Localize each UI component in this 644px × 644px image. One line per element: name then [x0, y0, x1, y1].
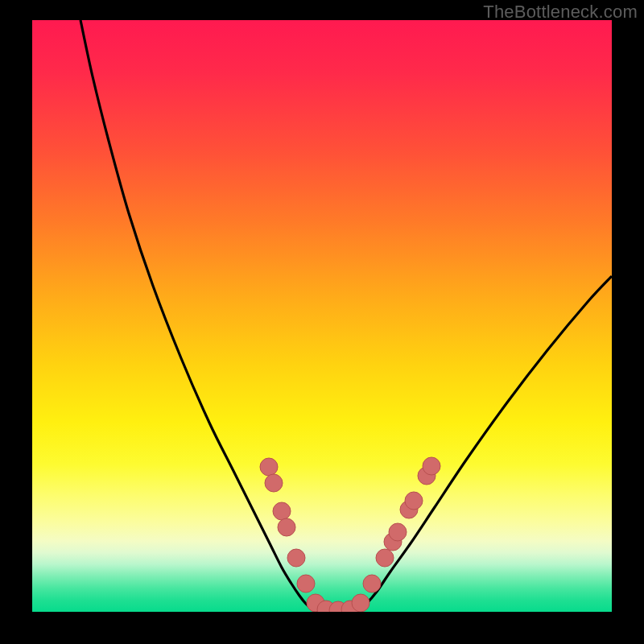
plot-area: [32, 20, 612, 612]
threshold-dot: [389, 523, 407, 541]
threshold-dots-group: [260, 457, 440, 612]
threshold-dot: [265, 474, 283, 492]
threshold-dot: [405, 492, 423, 510]
threshold-dot: [376, 549, 394, 567]
threshold-dot: [423, 457, 440, 475]
threshold-dot: [297, 575, 315, 592]
threshold-dot: [260, 458, 278, 476]
threshold-dot: [273, 502, 291, 520]
chart-root: TheBottleneck.com: [0, 0, 644, 644]
threshold-dots-layer: [32, 20, 612, 612]
threshold-dot: [278, 518, 295, 536]
threshold-dot: [287, 549, 305, 567]
threshold-dot: [363, 575, 381, 592]
threshold-dot: [352, 594, 369, 612]
